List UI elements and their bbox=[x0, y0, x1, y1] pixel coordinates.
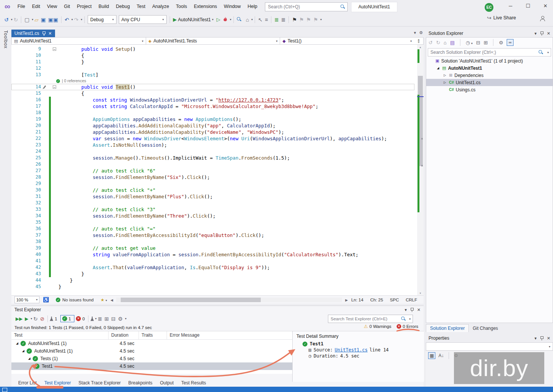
search-options-icon[interactable]: ▾ bbox=[547, 51, 549, 54]
code-line-22[interactable]: 22 var session = new WindowsDriver<Windo… bbox=[11, 135, 414, 142]
menu-view[interactable]: View bbox=[44, 0, 61, 13]
bookmark-icon[interactable]: ⚑ bbox=[292, 17, 297, 22]
selection-mode-icon[interactable]: ↖ bbox=[258, 17, 263, 22]
categorized-icon[interactable]: ▦ bbox=[428, 352, 435, 359]
code-line-11[interactable]: 11 } bbox=[11, 59, 414, 65]
tab-unittest1[interactable]: UnitTest1.cs ✕ bbox=[11, 30, 55, 37]
comment-icon[interactable]: ≣ bbox=[274, 17, 279, 22]
code-line-19[interactable]: 19 AppiumOptions appCapabilities = new A… bbox=[11, 116, 414, 122]
test-row-test1[interactable]: ✓Test14.5 sec bbox=[11, 362, 292, 370]
startup-project-label[interactable]: AutoNUnitTest1 bbox=[178, 17, 211, 22]
code-line-41[interactable]: 41 bbox=[11, 258, 414, 264]
forward-icon[interactable]: ↻ bbox=[436, 40, 440, 45]
code-line-33[interactable]: 33 // auto test click "3" bbox=[11, 206, 414, 213]
scroll-down-icon[interactable]: ▾ bbox=[417, 291, 424, 295]
editor-vertical-scrollbar[interactable]: ▴ ▾ bbox=[417, 45, 424, 295]
code-line-20[interactable]: 20 appCapabilities.AddAdditionalCapabili… bbox=[11, 122, 414, 129]
tab-options-icon[interactable]: ⚙ bbox=[419, 30, 423, 35]
dock-tab-solution-explorer[interactable]: Solution Explorer bbox=[426, 324, 469, 332]
hscroll-left-icon[interactable]: ◂ bbox=[110, 297, 113, 303]
close-icon[interactable]: ✕ bbox=[417, 307, 421, 312]
find-in-files-icon[interactable] bbox=[237, 17, 244, 22]
clear-bookmarks-icon[interactable]: ⚑ bbox=[313, 17, 318, 22]
code-line-9[interactable]: 9 public void Setup() bbox=[11, 46, 414, 52]
collapse-all-icon[interactable]: ⊟ bbox=[111, 316, 116, 321]
code-line-12[interactable]: 12 bbox=[11, 65, 414, 72]
nav-type-dropdown[interactable]: ◈ AutoNUnitTest1.Tests▾ bbox=[146, 38, 280, 44]
toolbox-vertical-tab[interactable]: Toolbox bbox=[3, 30, 8, 49]
code-line-30[interactable]: 30 // auto test click "+" bbox=[11, 187, 414, 193]
window-position-icon[interactable]: ▾ bbox=[534, 336, 537, 341]
solution-explorer-shortcut-icon[interactable]: ⌂ bbox=[246, 17, 249, 22]
pin-icon[interactable] bbox=[42, 31, 46, 36]
menu-test[interactable]: Test bbox=[133, 0, 149, 13]
minimize-button[interactable]: ─ bbox=[502, 0, 519, 12]
hscrollbar-thumb[interactable] bbox=[121, 298, 261, 302]
indent-icon[interactable]: ≡ bbox=[265, 17, 268, 22]
expand-all-icon[interactable]: ⊞ bbox=[104, 316, 109, 321]
total-tests-icon[interactable] bbox=[50, 317, 53, 321]
tree-item-autonunittest1[interactable]: ◢▤AutoNUnitTest1 bbox=[426, 64, 553, 72]
menu-edit[interactable]: Edit bbox=[28, 0, 44, 13]
fold-marker[interactable] bbox=[52, 84, 58, 90]
tool-tab-stack-trace-explorer[interactable]: Stack Trace Explorer bbox=[75, 380, 124, 386]
code-line-10[interactable]: 10 { bbox=[11, 52, 414, 59]
code-line-25[interactable]: 25 session.Manage().Timeouts().ImplicitW… bbox=[11, 155, 414, 161]
test-explorer-title-bar[interactable]: Test Explorer ▾ ✕ bbox=[11, 306, 424, 314]
tree-item-usings-cs[interactable]: C#Usings.cs bbox=[426, 86, 553, 93]
show-all-files-icon[interactable]: ≖ bbox=[507, 39, 514, 46]
account-avatar[interactable]: EC bbox=[485, 3, 493, 12]
code-line-37[interactable]: 37 session.FindElementByAccessibilityId(… bbox=[11, 232, 414, 238]
code-line-15[interactable]: 15 { bbox=[11, 90, 414, 97]
menu-tools[interactable]: Tools bbox=[173, 0, 191, 13]
menu-file[interactable]: File bbox=[14, 0, 28, 13]
tool-tab-output[interactable]: Output bbox=[156, 380, 177, 386]
code-line-21[interactable]: 21 appCapabilities.AddAdditionalCapabili… bbox=[11, 129, 414, 135]
warnings-indicator[interactable]: ⚠0 Warnings bbox=[364, 324, 392, 329]
search-options-icon[interactable]: ▾ bbox=[409, 317, 411, 321]
code-line-26[interactable]: 26 bbox=[11, 161, 414, 168]
back-icon[interactable]: ↺ bbox=[429, 40, 433, 45]
home-icon[interactable]: ⌂ bbox=[444, 40, 447, 45]
solution-platform-select[interactable]: Any CPU▾ bbox=[119, 15, 167, 24]
previous-bookmark-icon[interactable]: ⚑ bbox=[299, 17, 304, 22]
uncomment-icon[interactable]: ≣ bbox=[281, 17, 286, 22]
tool-tab-test-results[interactable]: Test Results bbox=[178, 380, 210, 386]
source-link[interactable]: UnitTest1.cs bbox=[335, 347, 368, 353]
sync-with-active-document-icon[interactable]: ⊟ bbox=[476, 40, 480, 45]
menu-extensions[interactable]: Extensions bbox=[191, 0, 221, 13]
tree-item-dependencies[interactable]: ▷⊞Dependencies bbox=[426, 72, 553, 79]
expander-icon[interactable]: ◢ bbox=[16, 340, 18, 347]
solution-configuration-select[interactable]: Debug▾ bbox=[88, 15, 117, 24]
search-box[interactable]: Search (Ctrl+Q) bbox=[265, 2, 348, 11]
cancel-run-icon[interactable]: ⊘ bbox=[40, 316, 44, 321]
split-window-handle[interactable]: ‡ bbox=[414, 38, 423, 44]
run-icon[interactable]: ▶ bbox=[25, 316, 28, 321]
nav-project-dropdown[interactable]: ▤ AutoNUnitTest1▾ bbox=[12, 38, 146, 44]
menu-help[interactable]: Help bbox=[244, 0, 261, 13]
pin-icon[interactable] bbox=[410, 307, 414, 312]
expander-icon[interactable]: ◢ bbox=[437, 66, 441, 70]
menu-window[interactable]: Window bbox=[221, 0, 244, 13]
code-line-18[interactable]: 18 bbox=[11, 110, 414, 116]
start-debug-icon[interactable]: ▶ bbox=[173, 17, 177, 22]
test-explorer-search-box[interactable]: Search Test Explorer (Ctrl+E) ▾ bbox=[328, 315, 413, 323]
settings-gear-icon[interactable]: ⚙ bbox=[118, 316, 123, 321]
expander-icon[interactable]: ▷ bbox=[444, 81, 447, 84]
menu-project[interactable]: Project bbox=[74, 0, 95, 13]
line-ending-indicator[interactable]: CRLF bbox=[406, 298, 417, 302]
expander-icon[interactable]: ◢ bbox=[28, 355, 30, 362]
menu-git[interactable]: Git bbox=[61, 0, 74, 13]
code-line-14[interactable]: 14 public void Test1() bbox=[11, 84, 414, 90]
hscroll-right-icon[interactable]: ▸ bbox=[345, 297, 348, 303]
code-line-40[interactable]: 40 string valueFromApplication = session… bbox=[11, 251, 414, 258]
repeat-last-run-icon[interactable]: ↻ bbox=[33, 316, 38, 321]
test-list-header[interactable]: Test Duration Traits Error Message bbox=[11, 331, 292, 340]
tool-tab-breakpoints[interactable]: Breakpoints bbox=[124, 380, 156, 386]
health-indicator[interactable]: ✓No issues found bbox=[56, 298, 93, 302]
code-line-27[interactable]: 27 // auto test click "6" bbox=[11, 168, 414, 174]
next-bookmark-icon[interactable]: ⚑ bbox=[306, 17, 311, 22]
code-line-44[interactable]: 44 } bbox=[11, 277, 414, 284]
space-mode-indicator[interactable]: SPC bbox=[390, 298, 399, 302]
solution-explorer-search-box[interactable]: Search Solution Explorer (Ctrl+;) ▾ bbox=[428, 48, 551, 56]
